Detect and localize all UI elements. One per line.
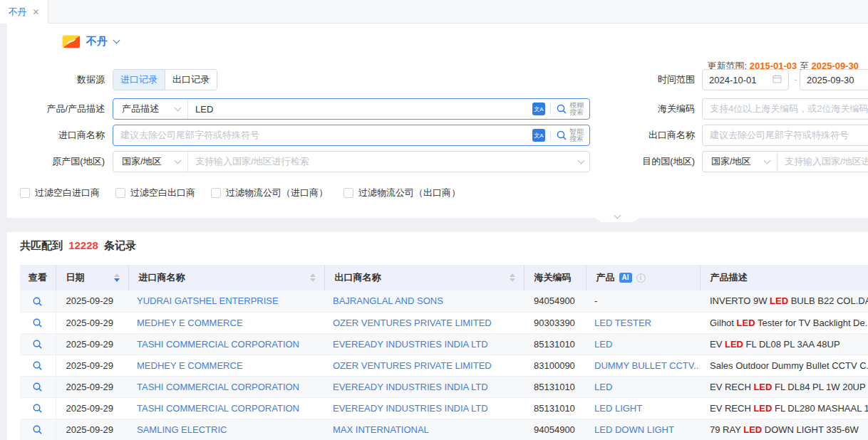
translate-icon[interactable]: 文A (532, 103, 545, 115)
checkbox-label: 过滤空白出口商 (130, 187, 195, 199)
smart-search-button[interactable]: 智能 搜索 (556, 128, 584, 142)
row-description: 79 RAY LED DOWN LIGHT 335-6W (700, 419, 868, 440)
destination-country-select[interactable]: 国家/地区 (703, 152, 777, 172)
filter-checkbox-item[interactable]: 过滤物流公司（进口商） (211, 187, 328, 199)
exporter-name-input[interactable]: 建议去除公司尾部字符或特殊符号 (702, 125, 868, 146)
chevron-down-icon[interactable] (578, 157, 585, 164)
search-icon (32, 424, 43, 435)
country-tab[interactable]: 不丹 ✕ (0, 0, 48, 23)
import-records-tab[interactable]: 进口记录 (113, 70, 165, 90)
left-gutter (0, 23, 7, 440)
destination-country-input[interactable]: 支持输入国家/地区进行检索 (777, 155, 868, 168)
exporter-label: 出口商名称 (616, 125, 695, 146)
importer-link[interactable]: TASHI COMMERCIAL CORPORATION (137, 403, 299, 414)
product-search-input[interactable]: LED (188, 104, 529, 115)
description-text: EV RECH (710, 403, 753, 414)
importer-label: 进口商名称 (7, 125, 105, 146)
translate-icon[interactable]: 文A (532, 129, 545, 142)
row-description: EV RECH LED FL DL280 MASHAAL 10... (700, 397, 868, 419)
checkbox[interactable] (115, 188, 125, 198)
product-link[interactable]: LED (594, 382, 612, 392)
row-hs-code: 94054900 (524, 419, 586, 440)
origin-country-label: 原产国(地区) (7, 151, 105, 172)
exporter-link[interactable]: EVEREADY INDUSTRIES INDIA LTD (333, 382, 488, 392)
exporter-link[interactable]: EVEREADY INDUSTRIES INDIA LTD (333, 339, 488, 350)
checkbox[interactable] (343, 188, 353, 198)
sort-exporter-button[interactable] (510, 273, 515, 282)
col-importer: 进口商名称 (139, 271, 185, 284)
view-record-button[interactable] (32, 339, 43, 350)
product-type-select[interactable]: 产品描述 (113, 99, 188, 119)
exporter-link[interactable]: MAX INTERNATIONAL (333, 424, 429, 435)
importer-link[interactable]: SAMLING ELECTRIC (137, 424, 227, 435)
exporter-link[interactable]: OZER VENTURES PRIVATE LIMITED (333, 360, 492, 371)
exporter-link[interactable]: EVEREADY INDUSTRIES INDIA LTD (333, 403, 488, 414)
col-hs-code: 海关编码 (534, 271, 572, 284)
ai-badge: AI (619, 273, 632, 283)
importer-link[interactable]: MEDHEY E COMMERCE (137, 318, 243, 328)
product-link[interactable]: LED (594, 339, 612, 350)
row-description: Gilhot LED Tester for TV Backlight De... (700, 312, 868, 333)
end-date-input[interactable]: 2025-09-30 (800, 69, 868, 90)
info-icon[interactable]: i (636, 273, 646, 283)
country-name: 不丹 (86, 35, 108, 48)
export-records-tab[interactable]: 出口记录 (165, 70, 217, 90)
fuzzy-search-button[interactable]: 模糊 搜索 (556, 102, 584, 116)
row-hs-code: 94054900 (524, 290, 586, 312)
importer-link[interactable]: YUDRAI GATSHEL ENTERPRISE (137, 295, 279, 306)
hs-code-input[interactable]: 支持4位以上海关编码，或2位海关编码加上产 (702, 98, 868, 120)
product-link[interactable]: LED TESTER (594, 318, 651, 328)
filter-checkbox-item[interactable]: 过滤空白进口商 (20, 187, 100, 199)
product-type-value: 产品描述 (122, 103, 159, 115)
importer-link[interactable]: MEDHEY E COMMERCE (137, 360, 243, 371)
exporter-link[interactable]: OZER VENTURES PRIVATE LIMITED (333, 318, 492, 328)
results-count: 12228 (66, 239, 101, 251)
table-header-row: 查看 日期 进口商名称 出口商名称 海关编码 产品 AI i 产品描述 (20, 265, 868, 290)
product-link[interactable]: LED DOWN LIGHT (594, 424, 674, 435)
origin-country-input[interactable]: 支持输入国家/地区进行检索 (188, 155, 576, 168)
view-record-button[interactable] (32, 318, 43, 328)
view-record-button[interactable] (32, 360, 43, 371)
sort-date-button[interactable] (114, 273, 120, 282)
country-header[interactable]: 不丹 (63, 32, 119, 51)
records-table: 查看 日期 进口商名称 出口商名称 海关编码 产品 AI i 产品描述 (20, 265, 868, 440)
tab-close-icon[interactable]: ✕ (32, 8, 39, 16)
origin-country-select[interactable]: 国家/地区 (113, 152, 188, 172)
start-date-input[interactable]: 2024-10-01 (702, 69, 789, 90)
checkbox[interactable] (20, 188, 30, 198)
row-date: 2025-09-29 (56, 290, 128, 312)
description-text: BULB B22 COL.DA ... (788, 295, 868, 306)
product-link[interactable]: DUMMY BULLET CCTV... (594, 360, 700, 371)
section-divider-band (7, 218, 868, 232)
row-hs-code: 90303390 (524, 312, 586, 333)
description-text: EV (710, 339, 725, 350)
calendar-icon[interactable] (773, 74, 782, 85)
filter-checkbox-item[interactable]: 过滤空白出口商 (115, 187, 195, 199)
checkbox[interactable] (211, 188, 221, 198)
chevron-down-icon (175, 157, 182, 164)
importer-name-input[interactable]: 建议去除公司尾部字符或特殊符号 (113, 129, 529, 142)
origin-country-select-value: 国家/地区 (122, 155, 162, 168)
sort-importer-button[interactable] (310, 273, 316, 282)
exporter-placeholder: 建议去除公司尾部字符或特殊符号 (710, 129, 849, 142)
importer-link[interactable]: TASHI COMMERCIAL CORPORATION (137, 339, 299, 350)
view-record-button[interactable] (32, 296, 43, 307)
view-record-button[interactable] (32, 424, 43, 435)
view-record-button[interactable] (32, 403, 43, 414)
table-row: 2025-09-29 TASHI COMMERCIAL CORPORATION … (20, 397, 868, 419)
hs-code-label: 海关编码 (616, 98, 695, 120)
filter-checkbox-item[interactable]: 过滤物流公司（出口商） (343, 187, 460, 199)
chevron-down-icon[interactable] (113, 36, 120, 43)
divider (550, 104, 551, 114)
product-link[interactable]: LED LIGHT (594, 403, 642, 414)
destination-country-label: 目的国(地区) (616, 151, 695, 172)
search-icon (556, 130, 567, 141)
row-date: 2025-09-29 (56, 419, 128, 440)
description-highlight: LED (770, 295, 788, 306)
view-record-button[interactable] (32, 382, 43, 392)
summary-suffix: 条记录 (104, 239, 136, 251)
importer-link[interactable]: TASHI COMMERCIAL CORPORATION (137, 382, 299, 392)
exporter-link[interactable]: BAJRANGLAL AND SONS (333, 295, 443, 306)
table-row: 2025-09-29 YUDRAI GATSHEL ENTERPRISE BAJ… (20, 290, 868, 312)
description-highlight: LED (753, 382, 772, 392)
